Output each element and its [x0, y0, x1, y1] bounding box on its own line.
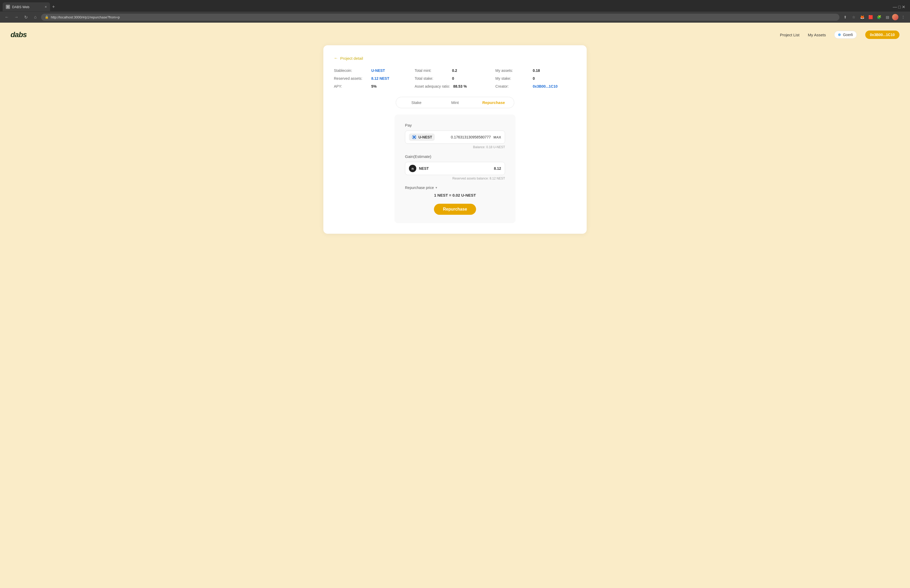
bookmark-button[interactable]: ☆ — [850, 13, 857, 21]
my-assets-value: 0.18 — [533, 68, 540, 73]
share-button[interactable]: ⬆ — [842, 13, 849, 21]
stat-row-stablecoin: Stablecoin: U-NEST — [334, 68, 415, 73]
stat-row-my-assets: My assets: 0.18 — [495, 68, 576, 73]
main-card: ← Project detail Stablecoin: U-NEST Rese… — [323, 45, 587, 234]
stat-row-total-stake: Total stake: 0 — [415, 76, 496, 81]
tab-title: DABS Web — [12, 5, 43, 9]
toolbar-actions: ⬆ ☆ 🦊 🟥 🧩 ▤ ⋮ — [842, 13, 907, 21]
my-stake-label: My stake: — [495, 76, 530, 81]
pay-token-badge: U-NEST — [409, 133, 435, 141]
stablecoin-value: U-NEST — [371, 68, 385, 73]
tab-close-button[interactable]: × — [45, 5, 47, 9]
total-mint-label: Total mint: — [415, 68, 449, 73]
stat-group-1: Stablecoin: U-NEST Reserved assets: 8.12… — [334, 68, 415, 89]
tab-favicon: D — [6, 5, 10, 9]
tab-repurchase[interactable]: Repurchase — [474, 98, 513, 107]
pay-label: Pay — [405, 123, 505, 128]
adequacy-value: 88.53 % — [453, 84, 467, 89]
forward-button[interactable]: → — [13, 13, 20, 21]
price-formula: 1 NEST = 0.02 U-NEST — [405, 193, 505, 197]
window-controls: — □ ✕ — [891, 5, 907, 10]
browser-tab[interactable]: D DABS Web × — [3, 2, 50, 11]
repurchase-form: Pay U-NEST MAX Balance: 0.18 U-NEST — [394, 115, 516, 223]
gain-amount-value: 8.12 — [494, 166, 501, 171]
back-button[interactable]: ← — [3, 13, 11, 21]
network-dot — [838, 34, 841, 36]
app-nav: dabs Project List My Assets Goerli 0x3B0… — [8, 31, 902, 39]
repurchase-price-label: Repurchase price — [405, 186, 434, 190]
tab-stake[interactable]: Stake — [397, 98, 436, 107]
url-text: http://localhost:3000/#/p1/repurchase?fr… — [51, 15, 120, 19]
reader-button[interactable]: ▤ — [884, 13, 891, 21]
repurchase-button[interactable]: Repurchase — [434, 204, 476, 215]
creator-value: 0x3B00...1C10 — [533, 84, 558, 89]
back-link[interactable]: ← Project detail — [334, 56, 576, 61]
stat-row-reserved: Reserved assets: 8.12 NEST — [334, 76, 415, 81]
extension3-button[interactable]: 🧩 — [875, 13, 883, 21]
stat-row-creator: Creator: 0x3B00...1C10 — [495, 84, 576, 89]
nav-my-assets[interactable]: My Assets — [808, 32, 826, 37]
repurchase-price-toggle[interactable]: Repurchase price ▾ — [405, 186, 505, 190]
tab-bar: D DABS Web × + — □ ✕ — [0, 0, 910, 11]
nav-links: Project List My Assets Goerli 0x3B00...1… — [780, 31, 899, 39]
browser-chrome: D DABS Web × + — □ ✕ ← → ↻ ⌂ 🔒 http://lo… — [0, 0, 910, 23]
tab-bar: Stake Mint Repurchase — [396, 97, 514, 108]
menu-button[interactable]: ⋮ — [899, 13, 907, 21]
extension-button[interactable]: 🦊 — [858, 13, 866, 21]
gain-token-label: NEST — [419, 166, 429, 171]
pay-token-label: U-NEST — [419, 135, 432, 139]
pay-amount-input[interactable] — [437, 135, 491, 139]
my-stake-value: 0 — [533, 76, 535, 81]
profile-icon[interactable] — [892, 14, 899, 20]
creator-label: Creator: — [495, 84, 530, 89]
max-button[interactable]: MAX — [493, 135, 501, 139]
gain-input-row: n NEST 8.12 — [405, 162, 505, 175]
stat-row-total-mint: Total mint: 0.2 — [415, 68, 496, 73]
lock-icon: 🔒 — [45, 15, 49, 19]
stat-group-3: My assets: 0.18 My stake: 0 Creator: 0x3… — [495, 68, 576, 89]
chevron-down-icon: ▾ — [435, 186, 437, 189]
stat-row-adequacy: Asset adequacy ratio: 88.53 % — [415, 84, 496, 89]
stablecoin-label: Stablecoin: — [334, 68, 368, 73]
home-button[interactable]: ⌂ — [32, 13, 39, 21]
stat-group-2: Total mint: 0.2 Total stake: 0 Asset ade… — [415, 68, 496, 89]
apy-value: 5% — [371, 84, 377, 89]
new-tab-button[interactable]: + — [50, 5, 57, 9]
app-logo: dabs — [11, 31, 27, 39]
stats-grid: Stablecoin: U-NEST Reserved assets: 8.12… — [334, 68, 576, 89]
stat-row-apy: APY: 5% — [334, 84, 415, 89]
extension2-button[interactable]: 🟥 — [867, 13, 874, 21]
pay-input-row[interactable]: U-NEST MAX — [405, 131, 505, 144]
back-arrow-icon: ← — [334, 56, 338, 61]
nav-network[interactable]: Goerli — [834, 31, 857, 39]
apy-label: APY: — [334, 84, 368, 89]
stat-row-my-stake: My stake: 0 — [495, 76, 576, 81]
nav-project-list[interactable]: Project List — [780, 32, 799, 37]
total-mint-value: 0.2 — [452, 68, 457, 73]
my-assets-label: My assets: — [495, 68, 530, 73]
reserved-label: Reserved assets: — [334, 76, 368, 81]
refresh-button[interactable]: ↻ — [22, 13, 29, 21]
pay-balance-text: Balance: 0.18 U-NEST — [405, 145, 505, 149]
reserved-value: 8.12 NEST — [371, 76, 389, 81]
nest-icon: n — [409, 165, 416, 172]
tab-mint[interactable]: Mint — [436, 98, 475, 107]
adequacy-label: Asset adequacy ratio: — [415, 84, 450, 89]
address-bar[interactable]: 🔒 http://localhost:3000/#/p1/repurchase?… — [41, 14, 839, 21]
gain-label: Gain(Estimate) — [405, 154, 505, 159]
total-stake-label: Total stake: — [415, 76, 449, 81]
browser-toolbar: ← → ↻ ⌂ 🔒 http://localhost:3000/#/p1/rep… — [0, 11, 910, 23]
total-stake-value: 0 — [452, 76, 454, 81]
reserved-balance-text: Reserved assets balance: 8.12 NEST — [405, 177, 505, 180]
back-label: Project detail — [340, 56, 363, 61]
unest-icon — [412, 134, 417, 140]
wallet-button[interactable]: 0x3B00...1C10 — [865, 31, 899, 39]
app-background: dabs Project List My Assets Goerli 0x3B0… — [0, 23, 910, 588]
network-name: Goerli — [843, 32, 853, 37]
